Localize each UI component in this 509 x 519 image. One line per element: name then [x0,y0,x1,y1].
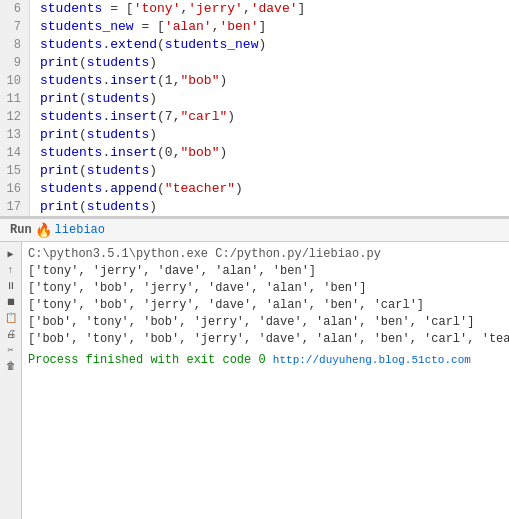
line-content: print(students) [30,126,157,144]
code-line: 16students.append("teacher") [0,180,509,198]
line-number: 13 [0,126,30,144]
console-output-line: ['tony', 'jerry', 'dave', 'alan', 'ben'] [28,263,503,280]
line-number: 17 [0,198,30,216]
console-area: ▶↑⏸⏹📋🖨✂🗑 C:\python3.5.1\python.exe C:/py… [0,242,509,519]
line-number: 8 [0,36,30,54]
run-tab-bar: Run 🔥 liebiao [0,218,509,242]
line-number: 6 [0,0,30,18]
code-line: 12students.insert(7,"carl") [0,108,509,126]
code-line: 6students = ['tony','jerry','dave'] [0,0,509,18]
console-sidebar-button[interactable]: ⏸ [3,278,19,294]
console-sidebar-button[interactable]: 🗑 [3,358,19,374]
console-sidebar: ▶↑⏸⏹📋🖨✂🗑 [0,242,22,519]
run-fire-icon: 🔥 [35,222,52,239]
console-sidebar-button[interactable]: 📋 [3,310,19,326]
line-content: students.insert(0,"bob") [30,144,227,162]
line-content: print(students) [30,198,157,216]
console-output-line: ['tony', 'bob', 'jerry', 'dave', 'alan',… [28,280,503,297]
watermark: http://duyuheng.blog.51cto.com [273,354,471,366]
line-content: students.extend(students_new) [30,36,266,54]
line-content: print(students) [30,162,157,180]
console-sidebar-button[interactable]: ▶ [3,246,19,262]
line-number: 7 [0,18,30,36]
run-tab[interactable]: Run 🔥 liebiao [4,219,111,241]
console-output-line: ['bob', 'tony', 'bob', 'jerry', 'dave', … [28,314,503,331]
line-number: 9 [0,54,30,72]
console-command: C:\python3.5.1\python.exe C:/python.py/l… [28,246,503,263]
line-number: 16 [0,180,30,198]
run-filename: liebiao [55,223,105,237]
line-content: students_new = ['alan','ben'] [30,18,266,36]
console-sidebar-button[interactable]: ↑ [3,262,19,278]
code-line: 17print(students) [0,198,509,216]
code-line: 9print(students) [0,54,509,72]
line-number: 12 [0,108,30,126]
console-content: C:\python3.5.1\python.exe C:/python.py/l… [22,242,509,519]
editor-area: 6students = ['tony','jerry','dave']7stud… [0,0,509,218]
line-content: print(students) [30,54,157,72]
line-number: 15 [0,162,30,180]
line-content: students.append("teacher") [30,180,243,198]
code-line: 13print(students) [0,126,509,144]
code-line: 8students.extend(students_new) [0,36,509,54]
line-content: students = ['tony','jerry','dave'] [30,0,305,18]
console-sidebar-button[interactable]: 🖨 [3,326,19,342]
console-output-line: ['bob', 'tony', 'bob', 'jerry', 'dave', … [28,331,503,348]
run-label: Run [10,223,32,237]
line-content: print(students) [30,90,157,108]
line-content: students.insert(7,"carl") [30,108,235,126]
line-number: 10 [0,72,30,90]
console-finish-line: Process finished with exit code 0 http:/… [28,352,503,369]
console-sidebar-button[interactable]: ⏹ [3,294,19,310]
code-line: 15print(students) [0,162,509,180]
code-line: 10students.insert(1,"bob") [0,72,509,90]
line-content: students.insert(1,"bob") [30,72,227,90]
code-line: 7students_new = ['alan','ben'] [0,18,509,36]
code-line: 11print(students) [0,90,509,108]
console-output-line: ['tony', 'bob', 'jerry', 'dave', 'alan',… [28,297,503,314]
console-sidebar-button[interactable]: ✂ [3,342,19,358]
line-number: 14 [0,144,30,162]
code-line: 14students.insert(0,"bob") [0,144,509,162]
line-number: 11 [0,90,30,108]
